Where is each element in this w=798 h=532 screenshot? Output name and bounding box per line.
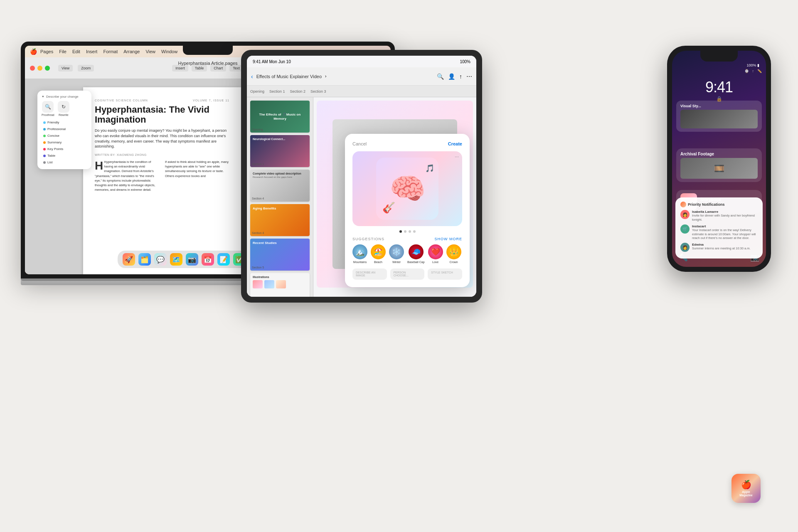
widget-icon-1: ⌚ xyxy=(744,69,749,73)
suggestion-crown[interactable]: 👑 Crown xyxy=(446,244,461,264)
dock-launchpad[interactable]: 🚀 xyxy=(123,253,135,266)
dot-4[interactable] xyxy=(413,230,416,233)
modal-create-btn[interactable]: Create xyxy=(448,141,462,146)
section-2[interactable]: Section 2 xyxy=(290,89,306,94)
modal-cancel-btn[interactable]: Cancel xyxy=(352,141,367,146)
guitar-emoji: 🎸 xyxy=(382,202,395,214)
document-tag: COGNITIVE SCIENCE COLUMN xyxy=(95,99,148,102)
dock-notes[interactable]: 📝 xyxy=(217,253,230,266)
keynote-person-icon[interactable]: 👤 xyxy=(448,73,455,80)
close-button[interactable] xyxy=(30,66,35,71)
dock-maps[interactable]: 🗺️ xyxy=(170,253,182,266)
archival-footage-title: Archival Footage xyxy=(680,152,758,156)
pages-document: COGNITIVE SCIENCE COLUMN VOLUME 7, ISSUE… xyxy=(83,87,241,274)
ai-menu-keypoints[interactable]: Key Points xyxy=(42,146,87,152)
minimize-button[interactable] xyxy=(37,66,42,71)
slide-thumb-1[interactable]: The Effects of 🎵Music on Memory Opening xyxy=(250,101,310,133)
menubar-edit[interactable]: Edit xyxy=(72,49,80,54)
keynote-back-icon[interactable]: ‹ xyxy=(251,73,253,80)
apple-magazine-logo: 🍎 Apple Magazine xyxy=(732,474,761,503)
ai-menu-summary[interactable]: Summary xyxy=(42,140,87,145)
menubar-window[interactable]: Window xyxy=(161,49,177,54)
dot-3[interactable] xyxy=(409,230,411,233)
keynote-chevron-icon[interactable]: › xyxy=(325,74,326,79)
ai-menu-friendly[interactable]: Friendly xyxy=(42,120,87,125)
ai-writing-popup[interactable]: ✦ Describe your change 🔍 Proofread xyxy=(37,91,91,169)
slide-thumb-6[interactable]: Illustrations xyxy=(250,273,310,297)
person-field[interactable]: PERSON CHOOSE... xyxy=(390,268,425,280)
dot-1[interactable] xyxy=(399,230,402,233)
visual-style-image xyxy=(680,110,758,128)
menubar-file[interactable]: File xyxy=(59,49,66,54)
doc-body-text-2: If asked to think about holding an apple… xyxy=(165,160,229,178)
ai-menu-table[interactable]: Table xyxy=(42,153,87,158)
menubar-insert[interactable]: Insert xyxy=(86,49,98,54)
ai-menu-list[interactable]: List xyxy=(42,160,87,165)
slide-thumb-3[interactable]: Complete video upload description Resear… xyxy=(250,170,310,202)
suggestion-mountains[interactable]: 🏔️ Mountains xyxy=(352,244,367,264)
visual-style-widget: Visual Sty... xyxy=(676,101,762,132)
suggestion-beach[interactable]: 🏖️ Beach xyxy=(371,244,386,264)
suggestion-baseball-cap[interactable]: 🧢 Baseball Cap xyxy=(407,244,425,264)
dock-photos[interactable]: 📷 xyxy=(186,253,198,266)
describe-image-field[interactable]: DESCRIBE AN IMAGE xyxy=(352,268,387,280)
keynote-search-icon[interactable]: 🔍 xyxy=(437,73,444,80)
keynote-more-icon[interactable]: ⋯ xyxy=(466,73,472,80)
notif-avatar-isabella: 👩 xyxy=(680,210,690,219)
dot-2[interactable] xyxy=(404,230,406,233)
toolbar-zoom-btn[interactable]: Zoom xyxy=(78,65,94,71)
dock-calendar[interactable]: 📅 xyxy=(202,253,214,266)
suggestion-love[interactable]: ❤️ Love xyxy=(428,244,443,264)
ipad: 9:41 AM Mon Jun 10 100% ‹ Effects of Mus… xyxy=(241,50,482,303)
apple-logo-apple-icon: 🍎 xyxy=(741,480,751,490)
rewrite-icon: ↻ xyxy=(58,101,69,113)
ipad-body: 9:41 AM Mon Jun 10 100% ‹ Effects of Mus… xyxy=(241,50,482,303)
section-opening[interactable]: Opening xyxy=(250,89,264,94)
slide-thumb-2[interactable]: Neurological Connect... Section 1 xyxy=(250,135,310,167)
pages-window-title: Hyperphantasia Article.pages xyxy=(178,61,237,66)
proofread-option[interactable]: 🔍 Proofread xyxy=(42,101,54,116)
scene: 🍎 Pages File Edit Insert Format Arrange … xyxy=(0,0,798,532)
modal-header: Cancel Create xyxy=(352,141,462,146)
document-title[interactable]: Hyperphantasia: The Vivid Imagination xyxy=(95,105,229,125)
menubar-view[interactable]: View xyxy=(145,49,155,54)
ai-menu-list: Friendly Professional Concise xyxy=(42,120,87,165)
slide-3-label: Section 4 xyxy=(252,197,264,200)
slide-thumb-4[interactable]: Aging Benefits Section 4 xyxy=(250,204,310,236)
suggestion-winter[interactable]: ❄️ Winter xyxy=(389,244,404,264)
summary-dot xyxy=(43,141,46,144)
dock-finder[interactable]: 🗂️ xyxy=(138,253,151,266)
section-3[interactable]: Section 3 xyxy=(310,89,326,94)
menubar-arrange[interactable]: Arrange xyxy=(123,49,140,54)
menubar-format[interactable]: Format xyxy=(103,49,118,54)
ai-menu-professional[interactable]: Professional xyxy=(42,126,87,132)
macbook-notch xyxy=(183,46,233,55)
menubar-pages[interactable]: Pages xyxy=(40,49,53,54)
keynote-share-icon[interactable]: ↑ xyxy=(459,73,462,80)
keynote-slides-panel: The Effects of 🎵Music on Memory Opening … xyxy=(247,97,313,297)
notif-avatar-instacart: 🛒 xyxy=(680,224,690,234)
suggestions-list: 🏔️ Mountains 🏖️ Beach ❄️ Winter xyxy=(352,244,462,264)
apple-menu-icon[interactable]: 🍎 xyxy=(30,48,37,55)
slide-1-title: The Effects of 🎵Music on Memory xyxy=(253,113,307,121)
beach-icon: 🏖️ xyxy=(371,244,386,259)
ai-menu-concise[interactable]: Concise xyxy=(42,133,87,138)
toolbar-view-btn[interactable]: View xyxy=(58,65,73,71)
keypoints-dot xyxy=(43,148,46,150)
brain-emoji: 🧠 xyxy=(389,172,426,206)
slide-thumb-5[interactable]: Recent Studies Section 5 xyxy=(250,239,310,271)
maximize-button[interactable] xyxy=(45,66,50,71)
crown-label: Crown xyxy=(450,261,458,264)
dock-messages[interactable]: 💬 xyxy=(154,253,167,266)
style-field[interactable]: STYLE SKETCH xyxy=(428,268,462,280)
baseball-cap-label: Baseball Cap xyxy=(407,261,425,264)
slide-4-title: Aging Benefits xyxy=(253,207,307,210)
iphone-battery-icon: 100% ▮ xyxy=(746,63,759,67)
rewrite-option[interactable]: ↻ Rewrite xyxy=(58,101,69,116)
show-more-btn[interactable]: SHOW MORE xyxy=(435,237,463,241)
iphone: 100% ▮ Mon 10 · Tiburon 9:41 🔒 ⌚ ↑ ✏️ Vi… xyxy=(667,46,771,272)
section-1[interactable]: Section 1 xyxy=(269,89,285,94)
iphone-notch xyxy=(700,51,738,62)
slide-1-label: Opening xyxy=(252,128,263,131)
priority-badge-icon xyxy=(680,202,686,207)
